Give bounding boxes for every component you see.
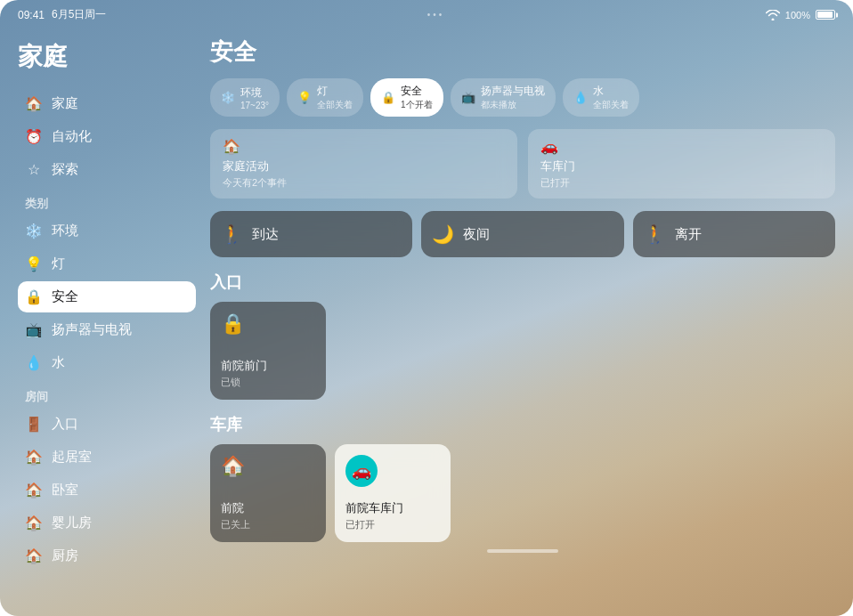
- sidebar-item-automation[interactable]: ⏰ 自动化: [18, 121, 196, 152]
- info-card-family-activity[interactable]: 🏠 家庭活动 今天有2个事件: [210, 129, 517, 199]
- category-tabs: ❄️ 环境 17~23° 💡 灯 全部关着 🔒 安全: [210, 78, 835, 117]
- front-garage-door-name: 前院车库门: [345, 500, 440, 516]
- sidebar-label-explore: 探索: [52, 161, 78, 178]
- nursery-icon: 🏠: [25, 515, 43, 531]
- date-display: 6月5日周一: [52, 7, 106, 22]
- tab-water-icon: 💧: [573, 91, 588, 104]
- scene-leave-btn[interactable]: 🚶 离开: [633, 211, 835, 257]
- entrance-device-grid: 🔒 前院前门 已锁: [210, 302, 835, 400]
- tab-speaker-tv-icon: 📺: [461, 91, 475, 104]
- sidebar-label-kitchen: 厨房: [52, 547, 78, 564]
- entrance-section-title: 入口: [210, 272, 835, 293]
- info-cards-row: 🏠 家庭活动 今天有2个事件 🚗 车库门 已打开: [210, 129, 835, 199]
- explore-icon: ☆: [25, 161, 43, 178]
- sidebar-label-security: 安全: [52, 288, 78, 305]
- sidebar-label-automation: 自动化: [52, 128, 92, 145]
- time-display: 09:41: [18, 9, 45, 21]
- tab-security[interactable]: 🔒 安全 1个开着: [370, 78, 443, 117]
- garage-device-grid: 🏠 前院 已关上 🚗 前院车库门 已打开: [210, 444, 835, 542]
- scroll-indicator: [210, 542, 835, 560]
- sidebar-label-entrance: 入口: [52, 416, 78, 433]
- device-front-yard[interactable]: 🏠 前院 已关上: [210, 444, 326, 542]
- status-right: 100%: [766, 10, 835, 20]
- front-door-name: 前院前门: [221, 358, 315, 374]
- home-icon: 🏠: [25, 95, 43, 112]
- tab-environment-sub: 17~23°: [240, 101, 269, 110]
- sidebar-label-speaker-tv: 扬声器与电视: [52, 321, 132, 338]
- sidebar-item-explore[interactable]: ☆ 探索: [18, 154, 196, 185]
- content-area: 安全 ❄️ 环境 17~23° 💡 灯 全部关着: [196, 26, 853, 610]
- family-activity-title: 家庭活动: [223, 158, 505, 174]
- sidebar-item-kitchen[interactable]: 🏠 厨房: [18, 540, 196, 571]
- front-garage-door-status: 已打开: [345, 518, 440, 531]
- tab-security-label: 安全: [401, 84, 433, 99]
- security-icon: 🔒: [25, 288, 43, 305]
- night-label: 夜间: [463, 226, 490, 243]
- sidebar-item-entrance[interactable]: 🚪 入口: [18, 409, 196, 440]
- sidebar-item-security[interactable]: 🔒 安全: [18, 281, 196, 312]
- sidebar-title: 家庭: [18, 40, 196, 74]
- front-door-lock-icon: 🔒: [221, 312, 315, 336]
- leave-icon: 🚶: [644, 223, 666, 245]
- status-center: •••: [427, 10, 445, 20]
- scene-buttons: 🚶 到达 🌙 夜间 🚶 离开: [210, 211, 835, 257]
- sidebar-item-bedroom[interactable]: 🏠 卧室: [18, 474, 196, 506]
- living-room-icon: 🏠: [25, 449, 43, 466]
- tab-speaker-tv[interactable]: 📺 扬声器与电视 都未播放: [451, 78, 556, 117]
- tab-security-icon: 🔒: [381, 91, 395, 104]
- tab-water[interactable]: 💧 水 全部关着: [563, 78, 639, 117]
- sidebar-label-light: 灯: [52, 255, 65, 272]
- tab-environment-label: 环境: [240, 85, 269, 101]
- environment-icon: ❄️: [25, 223, 43, 239]
- scene-arrive-btn[interactable]: 🚶 到达: [210, 211, 412, 257]
- device-front-door[interactable]: 🔒 前院前门 已锁: [210, 302, 326, 400]
- sidebar-item-home[interactable]: 🏠 家庭: [18, 88, 196, 119]
- kitchen-icon: 🏠: [25, 547, 43, 564]
- battery-percentage: 100%: [785, 10, 810, 20]
- sidebar-label-home: 家庭: [52, 95, 78, 112]
- sidebar-label-water: 水: [52, 354, 65, 371]
- night-icon: 🌙: [432, 223, 454, 245]
- rooms-section-label: 房间: [18, 380, 196, 409]
- sidebar-item-nursery[interactable]: 🏠 婴儿房: [18, 507, 196, 539]
- leave-label: 离开: [675, 226, 702, 243]
- garage-door-title: 车库门: [540, 158, 823, 174]
- front-yard-icon: 🏠: [221, 455, 315, 478]
- tab-light[interactable]: 💡 灯 全部关着: [287, 78, 363, 117]
- sidebar-label-living: 起居室: [52, 449, 92, 466]
- info-card-garage-door[interactable]: 🚗 车库门 已打开: [528, 129, 835, 199]
- sidebar-label-nursery: 婴儿房: [52, 515, 92, 531]
- battery-icon: [816, 10, 835, 20]
- tab-water-label: 水: [593, 84, 629, 99]
- front-yard-status: 已关上: [221, 518, 315, 531]
- sidebar-item-water[interactable]: 💧 水: [18, 347, 196, 378]
- sidebar-item-environment[interactable]: ❄️ 环境: [18, 215, 196, 247]
- sidebar-item-living[interactable]: 🏠 起居室: [18, 442, 196, 473]
- entrance-room-icon: 🚪: [25, 416, 43, 433]
- sidebar-item-speaker-tv[interactable]: 📺 扬声器与电视: [18, 314, 196, 345]
- family-activity-sub: 今天有2个事件: [223, 176, 505, 190]
- bedroom-icon: 🏠: [25, 482, 43, 498]
- category-section-label: 类别: [18, 187, 196, 215]
- sidebar: 家庭 🏠 家庭 ⏰ 自动化 ☆ 探索 类别 ❄️ 环境 💡 灯: [0, 26, 196, 610]
- scene-night-btn[interactable]: 🌙 夜间: [421, 211, 623, 257]
- automation-icon: ⏰: [25, 128, 43, 145]
- garage-door-icon: 🚗: [540, 138, 823, 155]
- device-front-garage-door[interactable]: 🚗 前院车库门 已打开: [335, 444, 451, 542]
- front-door-status: 已锁: [221, 376, 315, 389]
- sidebar-item-light[interactable]: 💡 灯: [18, 248, 196, 280]
- arrive-label: 到达: [252, 226, 279, 243]
- water-icon: 💧: [25, 354, 43, 371]
- tab-environment-icon: ❄️: [221, 91, 235, 104]
- tab-light-icon: 💡: [297, 91, 312, 104]
- tab-environment[interactable]: ❄️ 环境 17~23°: [210, 78, 280, 117]
- tab-speaker-tv-sub: 都未播放: [481, 99, 545, 111]
- tab-light-label: 灯: [317, 84, 353, 99]
- speaker-tv-icon: 📺: [25, 321, 43, 338]
- tab-speaker-tv-label: 扬声器与电视: [481, 84, 545, 99]
- tab-light-sub: 全部关着: [317, 99, 353, 111]
- family-activity-icon: 🏠: [223, 138, 505, 155]
- front-yard-name: 前院: [221, 500, 315, 516]
- status-bar: 09:41 6月5日周一 ••• 100%: [0, 0, 853, 26]
- garage-section-title: 车库: [210, 414, 835, 435]
